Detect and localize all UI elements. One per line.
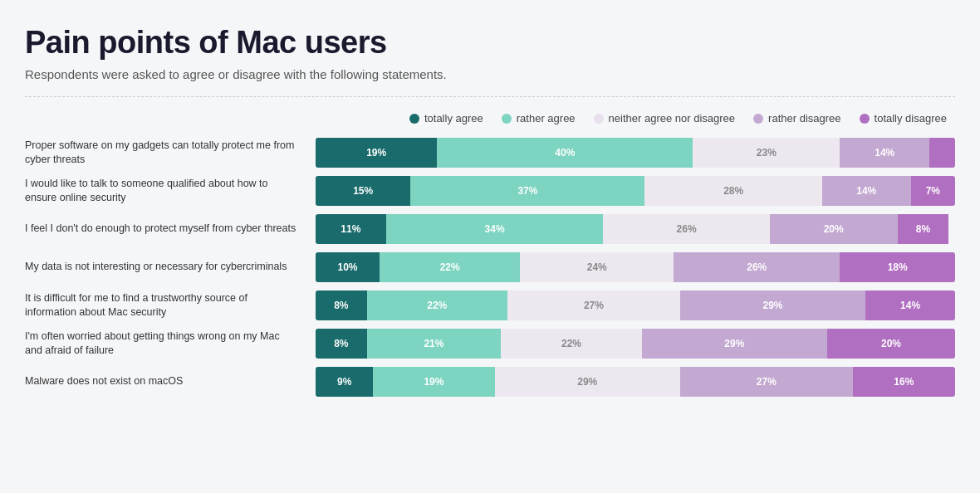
chart-row: I feel I don't do enough to protect myse… — [25, 214, 955, 244]
legend-label: totally agree — [424, 112, 483, 124]
bar-container: 15%37%28%14%7% — [316, 176, 955, 206]
bar-segment-totally_disagree: 14% — [865, 290, 955, 320]
bar-segment-totally_disagree: 18% — [840, 252, 955, 282]
bar-segment-neutral: 23% — [693, 138, 840, 168]
bar-container: 8%21%22%29%20% — [316, 329, 955, 359]
bar-segment-rather_disagree: 29% — [642, 329, 827, 359]
bar-segment-rather_agree: 22% — [380, 252, 520, 282]
chart-row: My data is not interesting or necessary … — [25, 252, 955, 282]
bar-segment-rather_disagree: 26% — [674, 252, 840, 282]
bar-segment-totally_disagree — [929, 138, 955, 168]
bar-segment-rather_agree: 21% — [367, 329, 502, 359]
bar-segment-neutral: 27% — [507, 290, 680, 320]
bar-segment-rather_disagree: 20% — [770, 214, 898, 244]
bar-segment-neutral: 28% — [644, 176, 821, 206]
legend-dot — [753, 114, 763, 124]
bar-segment-totally_agree: 19% — [316, 138, 437, 168]
chart-area: Proper software on my gadgets can totall… — [25, 138, 955, 397]
legend-dot — [409, 114, 419, 124]
bar-segment-rather_agree: 19% — [373, 367, 494, 397]
bar-segment-totally_agree: 8% — [316, 290, 367, 320]
bar-segment-rather_disagree: 27% — [680, 367, 853, 397]
bar-segment-rather_disagree: 29% — [680, 290, 865, 320]
bar-segment-totally_agree: 8% — [316, 329, 367, 359]
bar-container: 19%40%23%14% — [316, 138, 955, 168]
legend-dot — [594, 114, 604, 124]
bar-segment-totally_agree: 11% — [316, 214, 386, 244]
row-label: I would like to talk to someone qualifie… — [25, 177, 307, 206]
bar-segment-totally_disagree: 16% — [853, 367, 955, 397]
row-label: My data is not interesting or necessary … — [25, 260, 307, 275]
bar-segment-neutral: 26% — [603, 214, 769, 244]
chart-row: It is difficult for me to find a trustwo… — [25, 290, 955, 320]
bar-segment-rather_agree: 22% — [367, 290, 507, 320]
chart-row: I would like to talk to someone qualifie… — [25, 176, 955, 206]
chart-legend: totally agree rather agree neither agree… — [25, 112, 955, 124]
legend-item: rather disagree — [753, 112, 840, 124]
row-label: It is difficult for me to find a trustwo… — [25, 291, 307, 320]
legend-label: totally disagree — [875, 112, 947, 124]
bar-segment-rather_disagree: 14% — [840, 138, 929, 168]
bar-segment-neutral: 22% — [501, 329, 641, 359]
row-label: Proper software on my gadgets can totall… — [25, 139, 307, 168]
bar-segment-rather_agree: 40% — [437, 138, 693, 168]
row-label: Malware does not exist on macOS — [25, 374, 307, 389]
bar-segment-totally_disagree: 8% — [898, 214, 949, 244]
bar-segment-totally_disagree: 20% — [827, 329, 955, 359]
legend-item: rather agree — [502, 112, 576, 124]
bar-segment-neutral: 29% — [495, 367, 680, 397]
bar-segment-totally_disagree: 7% — [911, 176, 955, 206]
legend-label: rather disagree — [768, 112, 840, 124]
row-label: I feel I don't do enough to protect myse… — [25, 222, 307, 237]
legend-dot — [860, 114, 870, 124]
legend-item: neither agree nor disagree — [594, 112, 736, 124]
bar-segment-rather_agree: 34% — [386, 214, 604, 244]
bar-container: 10%22%24%26%18% — [316, 252, 955, 282]
legend-dot — [502, 114, 512, 124]
bar-segment-neutral: 24% — [520, 252, 674, 282]
section-divider — [25, 96, 955, 97]
page-subtitle: Respondents were asked to agree or disag… — [25, 67, 955, 81]
bar-segment-totally_agree: 15% — [316, 176, 410, 206]
bar-segment-totally_agree: 9% — [316, 367, 373, 397]
page-title: Pain points of Mac users — [25, 25, 955, 61]
chart-row: Proper software on my gadgets can totall… — [25, 138, 955, 168]
legend-item: totally disagree — [860, 112, 947, 124]
bar-container: 8%22%27%29%14% — [316, 290, 955, 320]
row-label: I'm often worried about getting things w… — [25, 329, 307, 359]
bar-segment-rather_disagree: 14% — [822, 176, 911, 206]
bar-container: 9%19%29%27%16% — [316, 367, 955, 397]
legend-label: rather agree — [517, 112, 576, 124]
chart-row: Malware does not exist on macOS9%19%29%2… — [25, 367, 955, 397]
bar-segment-totally_agree: 10% — [316, 252, 380, 282]
bar-segment-rather_agree: 37% — [410, 176, 644, 206]
chart-row: I'm often worried about getting things w… — [25, 329, 955, 359]
bar-container: 11%34%26%20%8% — [316, 214, 955, 244]
legend-label: neither agree nor disagree — [609, 112, 736, 124]
legend-item: totally agree — [409, 112, 483, 124]
